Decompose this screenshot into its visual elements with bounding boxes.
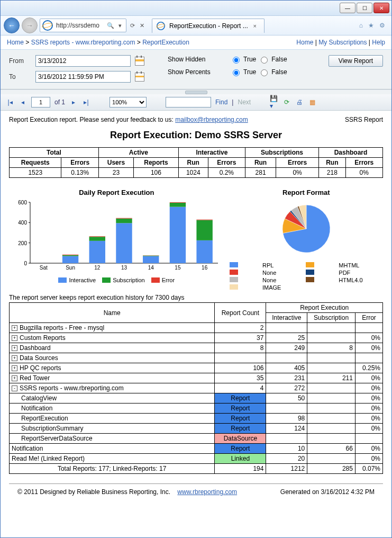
link-help[interactable]: Help: [372, 39, 385, 46]
summary-table: TotalActiveInteractiveSubscriptionsDashb…: [9, 147, 383, 178]
stop-icon[interactable]: ✕: [138, 22, 145, 29]
show-hidden-false[interactable]: [261, 57, 268, 64]
bar-chart-title: Daily Report Execution: [9, 189, 224, 196]
tab-close-icon[interactable]: ×: [251, 22, 259, 30]
address-bar[interactable]: 🔍 ▾: [40, 19, 126, 32]
show-percents-label: Show Percents: [168, 68, 226, 76]
page-number-input[interactable]: [31, 97, 50, 107]
svg-rect-27: [170, 207, 186, 263]
dropdown-icon[interactable]: ▾: [116, 22, 124, 29]
report-body: Report Execution report. Please send you…: [1, 111, 391, 474]
svg-rect-13: [62, 255, 78, 255]
expand-icon[interactable]: +: [12, 335, 17, 341]
table-total-row: Total Reports: 177; Linked-Reports: 1719…: [10, 464, 383, 474]
from-label: From: [9, 57, 31, 65]
find-input[interactable]: [166, 97, 211, 107]
crumb-report[interactable]: ReportExecution: [142, 39, 189, 46]
table-row: -SSRS reports - www.rbreporting.com42720…: [10, 383, 383, 393]
last-page-button[interactable]: ▸|: [82, 98, 90, 106]
pie-chart-svg: [264, 200, 349, 258]
svg-text:0: 0: [24, 261, 27, 266]
expand-icon[interactable]: +: [12, 325, 17, 331]
detail-table: Name Report Count Report Execution Inter…: [9, 302, 383, 474]
breadcrumb: Home > SSRS reports - www.rbreporting.co…: [7, 39, 189, 46]
prev-page-button[interactable]: ◂: [19, 98, 27, 106]
expand-icon[interactable]: +: [12, 375, 17, 381]
view-report-button[interactable]: View Report: [329, 55, 383, 67]
close-button[interactable]: ✕: [373, 3, 389, 13]
table-row: +Custom Reports37250%: [10, 333, 383, 343]
bar-chart-legend: InteractiveSubscriptionError: [9, 277, 224, 283]
page-of-label: of 1: [54, 98, 65, 106]
breadcrumb-bar: Home > SSRS reports - www.rbreporting.co…: [1, 35, 391, 50]
expand-icon[interactable]: +: [12, 355, 17, 361]
minimize-button[interactable]: —: [340, 3, 355, 13]
svg-rect-33: [196, 220, 212, 220]
zoom-select[interactable]: 100%: [110, 97, 147, 107]
table-row: +Data Sources: [10, 353, 383, 363]
calendar-icon[interactable]: [135, 57, 144, 66]
settings-icon[interactable]: ⚙: [379, 22, 385, 29]
crumb-folder[interactable]: SSRS reports - www.rbreporting.com: [31, 39, 135, 46]
export-data-button[interactable]: ▦: [308, 98, 316, 106]
link-subscriptions[interactable]: My Subscriptions: [318, 39, 367, 46]
refresh-icon[interactable]: ⟳: [129, 22, 136, 29]
table-row: +Bugzilla reports - Free - mysql2: [10, 323, 383, 333]
ssrs-report-label: SSRS Report: [345, 116, 383, 123]
find-button[interactable]: Find: [215, 98, 227, 106]
from-input[interactable]: [35, 55, 131, 67]
forward-button[interactable]: →: [22, 17, 38, 33]
splitter[interactable]: [1, 89, 391, 94]
table-row: NotificationReport0%: [10, 403, 383, 414]
svg-text:15: 15: [175, 265, 181, 271]
to-input[interactable]: [35, 71, 131, 83]
table-row: +Red Tower352312110%: [10, 373, 383, 383]
ie-icon: [42, 20, 53, 31]
show-hidden-label: Show Hidden: [168, 56, 226, 63]
table-row: CatalogViewReport500%: [10, 393, 383, 403]
show-percents-false[interactable]: [261, 69, 268, 76]
history-note: The report server keeps report execution…: [9, 294, 383, 301]
table-row: SubscriptionSummaryReport1240%: [10, 424, 383, 434]
generated-label: Generated on 3/16/2012 4:32 PM: [280, 488, 375, 496]
svg-rect-16: [89, 237, 105, 241]
expand-icon[interactable]: +: [12, 345, 17, 351]
find-next-button[interactable]: Next: [238, 98, 251, 106]
svg-text:200: 200: [18, 240, 27, 246]
footer-link[interactable]: www.rbreporting.com: [177, 488, 237, 496]
feedback-row: Report Execution report. Please send you…: [9, 116, 383, 123]
search-icon[interactable]: 🔍: [107, 22, 114, 29]
favorites-icon[interactable]: ★: [368, 22, 374, 29]
svg-rect-15: [89, 241, 105, 263]
crumb-home[interactable]: Home: [7, 39, 24, 46]
tab-title: ReportExecution - Report ...: [169, 22, 248, 30]
pie-chart-title: Report Format: [230, 189, 383, 196]
browser-tab[interactable]: ReportExecution - Report ... ×: [152, 19, 265, 33]
export-button[interactable]: 💾▾: [270, 98, 278, 106]
svg-text:Sat: Sat: [40, 265, 48, 271]
refresh-report-button[interactable]: ⟳: [282, 98, 291, 106]
table-row: +Dashboard824980%: [10, 343, 383, 353]
svg-rect-19: [116, 223, 132, 263]
show-percents-true[interactable]: [233, 69, 240, 76]
svg-text:14: 14: [148, 265, 154, 271]
home-icon[interactable]: ⌂: [359, 22, 363, 29]
next-page-button[interactable]: ▸: [69, 98, 78, 106]
feedback-email[interactable]: mailbox@rbreporting.com: [175, 116, 248, 123]
expand-icon[interactable]: -: [12, 385, 17, 391]
report-title: Report Execution: Demo SSRS Server: [9, 130, 383, 141]
url-input[interactable]: [55, 21, 105, 30]
bar-chart-svg: 0200400600SatSun1213141516: [9, 200, 221, 274]
svg-rect-21: [116, 218, 132, 219]
show-hidden-true[interactable]: [233, 57, 240, 64]
pie-chart: Report Format RPLMHTMLNonePDFNoneHTML4.0…: [230, 189, 383, 291]
back-button[interactable]: ←: [4, 17, 20, 33]
link-home[interactable]: Home: [296, 39, 313, 46]
table-row: ReportServerDataSourceDataSource: [10, 434, 383, 444]
print-button[interactable]: 🖨: [295, 98, 304, 106]
expand-icon[interactable]: +: [12, 365, 17, 371]
maximize-button[interactable]: ☐: [357, 3, 372, 13]
first-page-button[interactable]: |◂: [6, 98, 14, 106]
calendar-icon[interactable]: [135, 73, 144, 82]
svg-rect-20: [116, 219, 132, 223]
